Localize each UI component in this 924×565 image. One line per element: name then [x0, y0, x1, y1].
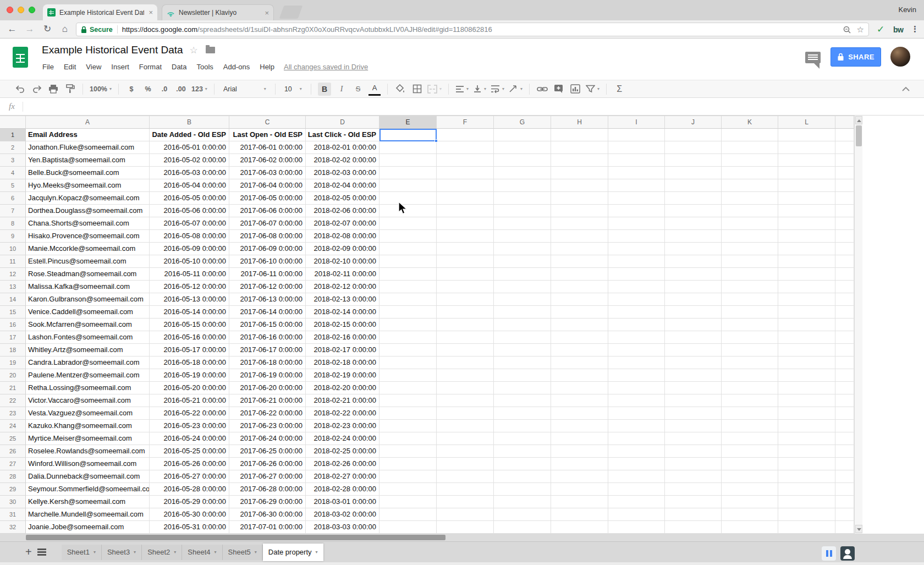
- cell[interactable]: [835, 230, 854, 243]
- cell[interactable]: [380, 369, 437, 382]
- all-sheets-icon[interactable]: [37, 548, 46, 556]
- cell[interactable]: [437, 141, 494, 154]
- cell[interactable]: [835, 255, 854, 268]
- cell[interactable]: 2016-05-29 0:00:00: [150, 496, 229, 508]
- cell[interactable]: Whitley.Artz@someemail.com: [26, 344, 150, 356]
- cell[interactable]: [608, 129, 665, 141]
- cell[interactable]: [835, 205, 854, 217]
- cell[interactable]: [437, 205, 494, 217]
- cell[interactable]: [608, 243, 665, 255]
- cell[interactable]: [494, 154, 551, 167]
- comments-icon[interactable]: [805, 52, 821, 63]
- cell[interactable]: [835, 445, 854, 458]
- column-header-D[interactable]: D: [306, 116, 380, 129]
- cell[interactable]: [665, 205, 722, 217]
- row-header-3[interactable]: 3: [0, 154, 26, 167]
- row-header-8[interactable]: 8: [0, 217, 26, 230]
- selected-cell-outline[interactable]: [380, 129, 437, 141]
- row-header-27[interactable]: 27: [0, 458, 26, 470]
- cell[interactable]: [551, 496, 608, 508]
- cell[interactable]: [722, 344, 778, 356]
- browser-tab-klaviyo[interactable]: Newsletter | Klaviyo ×: [162, 4, 274, 20]
- cell[interactable]: [437, 369, 494, 382]
- cell[interactable]: [778, 154, 835, 167]
- cell[interactable]: [494, 470, 551, 483]
- cell[interactable]: Candra.Labrador@someemail.com: [26, 356, 150, 369]
- forward-icon[interactable]: →: [23, 23, 36, 36]
- cell[interactable]: [608, 407, 665, 420]
- zoom-select[interactable]: 100%▾: [90, 83, 112, 96]
- cell[interactable]: Chana.Shorts@someemail.com: [26, 217, 150, 230]
- select-all-corner[interactable]: [0, 116, 26, 129]
- column-header-B[interactable]: B: [150, 116, 229, 129]
- cell[interactable]: 2018-02-03 0:00:00: [306, 167, 380, 179]
- cell[interactable]: 2017-06-28 0:00:00: [229, 483, 306, 496]
- cell[interactable]: 2018-02-27 0:00:00: [306, 470, 380, 483]
- row-header-5[interactable]: 5: [0, 179, 26, 192]
- bold-button[interactable]: B: [318, 83, 331, 96]
- cell[interactable]: [437, 179, 494, 192]
- cell[interactable]: 2017-06-06 0:00:00: [229, 205, 306, 217]
- cell[interactable]: [778, 192, 835, 205]
- tab-close-icon[interactable]: ×: [148, 8, 153, 17]
- italic-button[interactable]: I: [336, 83, 348, 96]
- cell[interactable]: [778, 382, 835, 394]
- cell[interactable]: Sook.Mcfarren@someemail.com: [26, 319, 150, 331]
- address-bar[interactable]: Secure https://docs.google.com /spreadsh…: [76, 23, 869, 36]
- cell[interactable]: [608, 331, 665, 344]
- cell[interactable]: [665, 255, 722, 268]
- row-header-26[interactable]: 26: [0, 445, 26, 458]
- cell[interactable]: [551, 508, 608, 521]
- row-header-29[interactable]: 29: [0, 483, 26, 496]
- cell[interactable]: Venice.Caddell@someemail.com: [26, 306, 150, 319]
- cell[interactable]: [380, 141, 437, 154]
- cell[interactable]: Jonathon.Fluke@someemail.com: [26, 141, 150, 154]
- cell[interactable]: 2016-05-21 0:00:00: [150, 394, 229, 407]
- cell[interactable]: [835, 268, 854, 281]
- collapse-toolbar-icon[interactable]: [900, 83, 912, 96]
- cell[interactable]: [722, 420, 778, 432]
- cell[interactable]: [665, 369, 722, 382]
- cell[interactable]: 2018-03-01 0:00:00: [306, 496, 380, 508]
- sheet-tab-menu-icon[interactable]: ▾: [94, 550, 96, 555]
- cell[interactable]: [608, 344, 665, 356]
- cell[interactable]: Email Address: [26, 129, 150, 141]
- cell[interactable]: [778, 445, 835, 458]
- add-sheet-button[interactable]: +: [25, 546, 32, 558]
- cell[interactable]: [551, 394, 608, 407]
- cell[interactable]: [494, 445, 551, 458]
- cell[interactable]: [665, 508, 722, 521]
- cell[interactable]: [437, 230, 494, 243]
- cell[interactable]: [551, 192, 608, 205]
- cell[interactable]: 2016-05-24 0:00:00: [150, 432, 229, 445]
- cell[interactable]: [551, 521, 608, 534]
- cell[interactable]: [437, 470, 494, 483]
- cell[interactable]: 2016-05-26 0:00:00: [150, 458, 229, 470]
- cell[interactable]: 2018-02-24 0:00:00: [306, 432, 380, 445]
- cell[interactable]: [551, 356, 608, 369]
- cell[interactable]: [608, 205, 665, 217]
- cell[interactable]: [722, 129, 778, 141]
- cell[interactable]: [551, 331, 608, 344]
- cell[interactable]: 2017-06-18 0:00:00: [229, 356, 306, 369]
- menu-tools[interactable]: Tools: [191, 61, 218, 73]
- cell[interactable]: [437, 268, 494, 281]
- cell[interactable]: [380, 306, 437, 319]
- share-button[interactable]: SHARE: [831, 47, 881, 67]
- cell[interactable]: [778, 268, 835, 281]
- column-header-L[interactable]: L: [778, 116, 835, 129]
- new-tab-button[interactable]: [279, 6, 303, 19]
- cell[interactable]: [835, 394, 854, 407]
- cell[interactable]: 2017-06-13 0:00:00: [229, 293, 306, 306]
- cell[interactable]: [437, 483, 494, 496]
- extension-bw-icon[interactable]: bw: [893, 25, 903, 34]
- cell[interactable]: [380, 293, 437, 306]
- menu-format[interactable]: Format: [134, 61, 167, 73]
- cell[interactable]: [665, 306, 722, 319]
- cell[interactable]: 2017-06-19 0:00:00: [229, 369, 306, 382]
- cell[interactable]: [608, 306, 665, 319]
- cell[interactable]: [380, 344, 437, 356]
- cell[interactable]: [494, 205, 551, 217]
- row-header-2[interactable]: 2: [0, 141, 26, 154]
- cell[interactable]: [665, 141, 722, 154]
